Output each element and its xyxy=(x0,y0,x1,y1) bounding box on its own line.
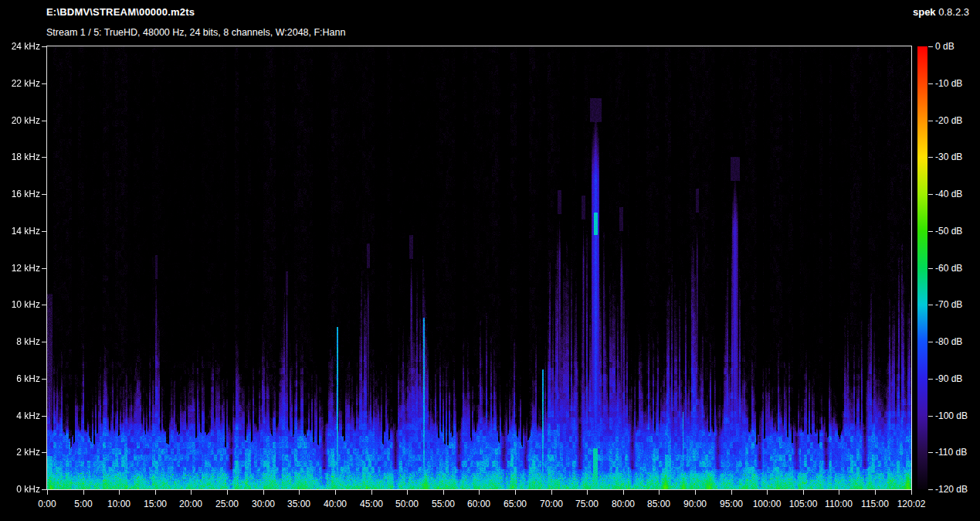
frequency-tick xyxy=(42,452,46,453)
time-tick xyxy=(767,490,768,495)
db-tick-label: -120 dB xyxy=(935,484,968,495)
spectrogram-canvas xyxy=(47,46,911,489)
time-tick xyxy=(479,490,480,495)
time-tick xyxy=(83,490,84,495)
db-tick xyxy=(928,416,933,417)
frequency-tick-label: 24 kHz xyxy=(0,41,40,52)
frequency-tick-label: 18 kHz xyxy=(0,152,40,162)
db-tick-label: -20 dB xyxy=(935,115,962,126)
time-tick xyxy=(335,490,336,495)
db-tick xyxy=(928,268,933,269)
frequency-tick-label: 14 kHz xyxy=(0,226,40,237)
time-tick xyxy=(911,490,912,495)
frequency-tick-label: 22 kHz xyxy=(0,78,40,89)
time-tick xyxy=(623,490,624,495)
db-tick xyxy=(928,452,933,453)
time-tick xyxy=(407,490,408,495)
time-tick xyxy=(119,490,120,495)
db-tick-label: -100 dB xyxy=(935,410,968,421)
frequency-tick-label: 4 kHz xyxy=(0,410,40,421)
db-tick xyxy=(928,83,933,84)
frequency-tick-label: 8 kHz xyxy=(0,336,40,347)
frequency-tick xyxy=(42,121,46,121)
db-tick xyxy=(928,121,933,121)
frequency-tick xyxy=(42,194,46,195)
time-tick xyxy=(551,490,552,495)
db-tick xyxy=(928,194,933,195)
db-tick xyxy=(928,231,933,232)
db-tick-label: -80 dB xyxy=(935,336,962,347)
app-badge: spek 0.8.2.3 xyxy=(913,6,969,18)
time-tick xyxy=(875,490,876,495)
time-tick xyxy=(155,490,156,495)
time-tick xyxy=(695,490,696,495)
db-tick-label: -60 dB xyxy=(935,263,962,274)
frequency-tick-label: 16 kHz xyxy=(0,189,40,199)
db-tick xyxy=(928,342,933,342)
time-tick-label: 120:02 xyxy=(887,499,936,509)
time-tick xyxy=(659,490,660,495)
time-tick xyxy=(803,490,804,495)
db-tick xyxy=(928,379,933,380)
db-tick xyxy=(928,46,933,47)
frequency-tick xyxy=(42,489,46,490)
db-tick-label: -90 dB xyxy=(935,373,962,384)
file-path-title: E:\BDMV\STREAM\00000.m2ts xyxy=(46,6,195,18)
frequency-tick xyxy=(42,157,46,158)
frequency-tick xyxy=(42,83,46,84)
frequency-tick xyxy=(42,268,46,269)
frequency-tick xyxy=(42,342,46,342)
frequency-tick-label: 6 kHz xyxy=(0,373,40,384)
db-tick-label: -70 dB xyxy=(935,299,962,310)
time-tick xyxy=(47,490,48,495)
time-tick xyxy=(515,490,516,495)
db-tick-label: 0 dB xyxy=(935,41,955,52)
app-name: spek xyxy=(913,6,936,18)
frequency-tick xyxy=(42,305,46,305)
stream-info: Stream 1 / 5: TrueHD, 48000 Hz, 24 bits,… xyxy=(46,27,345,38)
frequency-tick xyxy=(42,379,46,380)
frequency-tick-label: 20 kHz xyxy=(0,115,40,126)
db-tick xyxy=(928,157,933,158)
spek-window: { "app": { "name": "spek", "version": "0… xyxy=(0,0,980,521)
time-tick xyxy=(191,490,192,495)
db-tick-label: -50 dB xyxy=(935,226,962,237)
spectrogram-plot xyxy=(46,46,912,490)
frequency-tick xyxy=(42,46,46,47)
time-tick xyxy=(263,490,264,495)
frequency-tick xyxy=(42,231,46,232)
db-tick-label: -30 dB xyxy=(935,152,962,162)
app-version: 0.8.2.3 xyxy=(938,6,969,18)
time-tick xyxy=(443,490,444,495)
time-tick xyxy=(731,490,732,495)
frequency-tick xyxy=(42,416,46,417)
db-tick xyxy=(928,305,933,305)
frequency-tick-label: 10 kHz xyxy=(0,299,40,310)
colorbar-gradient xyxy=(917,46,927,489)
time-tick xyxy=(299,490,300,495)
frequency-tick-label: 12 kHz xyxy=(0,263,40,274)
time-tick xyxy=(839,490,839,495)
frequency-tick-label: 0 kHz xyxy=(0,484,40,495)
time-tick xyxy=(227,490,228,495)
db-tick-label: -10 dB xyxy=(935,78,962,89)
db-tick-label: -40 dB xyxy=(935,189,962,199)
db-tick-label: -110 dB xyxy=(935,447,967,458)
time-tick xyxy=(587,490,588,495)
time-tick xyxy=(371,490,372,495)
frequency-tick-label: 2 kHz xyxy=(0,447,40,458)
db-tick xyxy=(928,489,933,490)
